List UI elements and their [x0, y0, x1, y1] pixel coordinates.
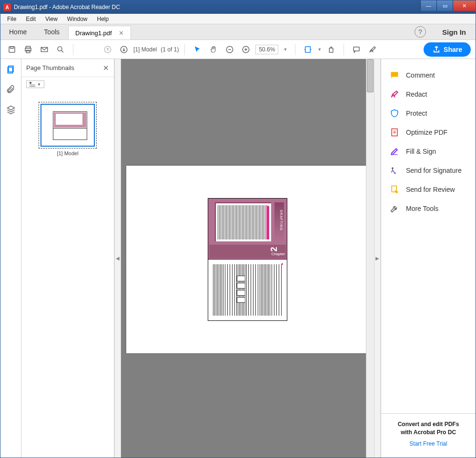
search-icon[interactable] — [54, 43, 67, 56]
sign-tool-icon[interactable] — [366, 43, 379, 56]
prev-page-icon[interactable] — [101, 43, 114, 56]
page-heading: DRAFTING — [280, 210, 283, 231]
tool-protect[interactable]: Protect — [381, 104, 476, 123]
tool-more[interactable]: More Tools — [381, 199, 476, 218]
save-icon[interactable] — [5, 43, 19, 56]
document-page: DRAFTING 2 Chapter — [126, 166, 369, 353]
tool-label: Send for Signature — [406, 167, 462, 174]
zoom-level[interactable]: 50.6% — [255, 45, 278, 54]
thumbnails-options: ▼ — [21, 77, 114, 91]
document-viewport[interactable]: DRAFTING 2 Chapter — [121, 59, 374, 458]
redact-icon — [390, 90, 399, 99]
email-icon[interactable] — [38, 43, 51, 56]
tool-label: Comment — [406, 71, 435, 79]
tools-panel: Comment Redact Protect Optimize PDF Fill… — [381, 59, 476, 458]
scrollbar-thumb[interactable] — [367, 59, 374, 92]
zoom-dropdown-icon[interactable]: ▼ — [281, 47, 289, 52]
svg-rect-18 — [30, 86, 35, 87]
comment-icon — [390, 70, 399, 80]
svg-rect-12 — [330, 48, 334, 52]
tool-label: Redact — [406, 90, 427, 98]
print-icon[interactable] — [21, 43, 35, 56]
menu-file[interactable]: File — [2, 15, 21, 23]
thumbnails-header: Page Thumbnails ✕ — [21, 59, 114, 77]
help-button[interactable]: ? — [415, 26, 426, 38]
tool-comment[interactable]: Comment — [381, 66, 476, 85]
page-count: (1 of 1) — [161, 46, 179, 53]
thumbnails-pane: Page Thumbnails ✕ ▼ [1] Model — [21, 59, 114, 458]
rail-layers-icon[interactable] — [5, 104, 17, 115]
tab-close-icon[interactable]: ✕ — [119, 30, 124, 37]
sign-in-button[interactable]: Sign In — [433, 24, 476, 40]
menu-help[interactable]: Help — [92, 15, 114, 23]
tab-row: Home Tools Drawing1.pdf ✕ ? Sign In — [0, 24, 476, 40]
signature-icon — [390, 166, 399, 175]
collapse-left-handle[interactable]: ◀ — [114, 59, 121, 458]
tool-send-signature[interactable]: Send for Signature — [381, 161, 476, 180]
hand-tool-icon[interactable] — [207, 43, 220, 56]
promo-cta-link[interactable]: Start Free Trial — [386, 440, 471, 447]
left-rail — [0, 59, 21, 458]
minimize-button[interactable]: — — [420, 0, 436, 11]
page-info: [1] Model (1 of 1) — [133, 46, 179, 53]
promo-heading-2: with Acrobat Pro DC — [386, 428, 471, 437]
tool-redact[interactable]: Redact — [381, 85, 476, 104]
thumbnails-title: Page Thumbnails — [26, 64, 74, 71]
app-window: A Drawing1.pdf - Adobe Acrobat Reader DC… — [0, 0, 476, 458]
menu-edit[interactable]: Edit — [21, 15, 41, 23]
page-content: DRAFTING 2 Chapter — [208, 198, 287, 321]
svg-rect-17 — [30, 85, 35, 85]
chevron-down-icon: ▼ — [37, 82, 41, 87]
tool-label: Optimize PDF — [406, 129, 447, 136]
titlebar: A Drawing1.pdf - Adobe Acrobat Reader DC… — [0, 0, 476, 14]
svg-rect-1 — [10, 47, 13, 49]
review-icon — [390, 185, 399, 194]
optimize-icon — [390, 128, 399, 137]
thumbnail-preview — [41, 104, 95, 147]
tab-tools[interactable]: Tools — [35, 24, 68, 40]
rail-attachments-icon[interactable] — [5, 84, 17, 95]
toolbar: [1] Model (1 of 1) 50.6% ▼ ▼ Share — [0, 40, 476, 59]
window-title: Drawing1.pdf - Adobe Acrobat Reader DC — [14, 4, 420, 10]
tab-home[interactable]: Home — [0, 24, 35, 40]
menu-view[interactable]: View — [41, 15, 62, 23]
window-controls: — ▭ ✕ — [420, 0, 476, 14]
promo-box: Convert and edit PDFs with Acrobat Pro D… — [381, 413, 476, 458]
zoom-in-icon[interactable] — [239, 43, 253, 56]
app-icon: A — [3, 3, 11, 11]
promo-heading-1: Convert and edit PDFs — [386, 420, 471, 428]
selection-tool-icon[interactable] — [191, 43, 204, 56]
maximize-button[interactable]: ▭ — [436, 0, 453, 11]
tool-label: Fill & Sign — [406, 148, 436, 155]
close-button[interactable]: ✕ — [453, 0, 476, 11]
rotate-icon[interactable] — [324, 43, 338, 56]
tool-send-review[interactable]: Send for Review — [381, 180, 476, 199]
chapter-label: Chapter — [272, 252, 285, 256]
thumbnails-close-icon[interactable]: ✕ — [103, 64, 109, 72]
next-page-icon[interactable] — [117, 43, 131, 56]
svg-rect-13 — [354, 47, 359, 50]
page-label: [1] Model — [133, 46, 157, 53]
thumbnails-options-button[interactable]: ▼ — [26, 80, 44, 88]
thumbnail-label: [1] Model — [39, 150, 97, 156]
rail-thumbnails-icon[interactable] — [5, 64, 17, 75]
menubar: File Edit View Window Help — [0, 14, 476, 24]
fit-width-icon[interactable] — [301, 43, 314, 56]
collapse-right-handle[interactable]: ▶ — [374, 59, 381, 458]
menu-window[interactable]: Window — [62, 15, 92, 23]
body: Page Thumbnails ✕ ▼ [1] Model ◀ — [0, 59, 476, 458]
thumbnail-item[interactable]: [1] Model — [39, 102, 97, 156]
share-label: Share — [444, 46, 462, 53]
share-button[interactable]: Share — [424, 42, 471, 57]
zoom-out-icon[interactable] — [223, 43, 236, 56]
shield-icon — [390, 109, 399, 118]
chapter-number: 2 — [269, 247, 279, 251]
tab-document-label: Drawing1.pdf — [75, 30, 112, 37]
tool-fill-sign[interactable]: Fill & Sign — [381, 142, 476, 161]
vertical-scrollbar[interactable] — [366, 59, 374, 458]
tool-optimize[interactable]: Optimize PDF — [381, 123, 476, 142]
svg-rect-0 — [9, 47, 15, 52]
fit-dropdown-icon[interactable]: ▼ — [317, 47, 322, 52]
tab-document[interactable]: Drawing1.pdf ✕ — [68, 26, 131, 40]
comment-tool-icon[interactable] — [350, 43, 363, 56]
